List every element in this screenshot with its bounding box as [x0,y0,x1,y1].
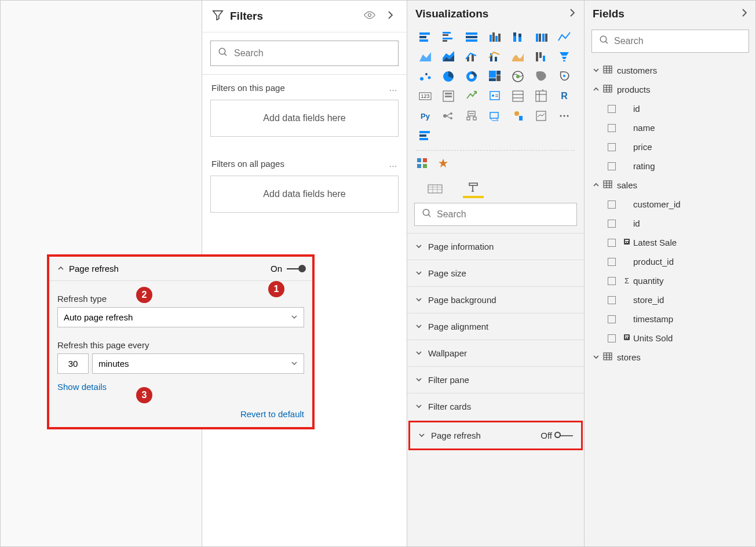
viz-stacked-column-icon[interactable] [509,30,527,43]
viz-decomposition-icon[interactable] [486,108,503,122]
visibility-icon[interactable] [363,11,377,21]
field-checkbox[interactable] [608,277,616,285]
viz-kpi-icon[interactable] [486,89,503,103]
format-page-alignment[interactable]: Page alignment [407,313,584,340]
viz-paginated-icon[interactable] [532,108,550,122]
field-units-sold[interactable]: Units Sold [590,329,750,348]
viz-ribbon-icon[interactable] [509,49,527,63]
format-search-input[interactable] [437,209,569,220]
page-refresh-on-toggle[interactable] [287,268,304,269]
viz-stacked-bar-icon[interactable] [417,30,434,43]
field-checkbox[interactable] [608,296,616,304]
viz-line-icon[interactable] [556,30,573,43]
viz-more-icon[interactable] [417,128,434,142]
filters-page-dropzone[interactable]: Add data fields here [210,100,399,137]
filters-all-dropzone[interactable]: Add data fields here [210,176,399,213]
field-checkbox[interactable] [608,162,616,170]
more-icon[interactable]: … [389,159,397,169]
star-icon[interactable] [437,158,451,170]
format-page-size[interactable]: Page size [407,260,584,286]
collapse-icon[interactable] [384,10,397,22]
table-customers[interactable]: customers [590,61,750,80]
page-refresh-header[interactable]: Page refresh On [49,257,312,281]
viz-gallery: 123RPy [407,30,584,147]
format-tab[interactable] [463,178,484,198]
field-checkbox[interactable] [608,239,616,247]
viz-python-visual-icon[interactable] [440,108,457,122]
viz-stacked-bar-100-icon[interactable] [463,30,480,43]
field-price[interactable]: price [590,137,750,156]
viz-map-icon[interactable] [509,69,527,83]
field-product_id[interactable]: product_id [590,252,750,271]
format-filter-pane[interactable]: Filter pane [407,366,584,393]
field-checkbox[interactable] [608,143,616,151]
filters-search-input[interactable] [234,48,391,59]
chevron-down-icon [415,402,422,411]
field-id[interactable]: id [590,214,750,233]
field-checkbox[interactable] [608,220,616,228]
viz-arcgis-icon[interactable] [556,108,573,122]
viz-line-col-stacked-icon[interactable] [486,49,503,63]
viz-gauge-icon[interactable]: 123 [417,89,434,103]
viz-qa-icon[interactable] [509,108,527,122]
fields-tab[interactable] [425,178,445,198]
viz-clustered-column-100-icon[interactable] [532,30,550,43]
viz-slicer-icon[interactable] [509,89,527,103]
collapse-icon[interactable] [741,8,748,20]
field-name[interactable]: name [590,118,750,137]
viz-line-col-icon[interactable] [463,49,480,63]
fields-search-input[interactable] [614,36,742,46]
fields-search[interactable] [591,30,749,53]
viz-clustered-bar-icon[interactable] [440,30,457,43]
interval-unit-select[interactable]: minutes [92,353,304,374]
filters-search[interactable] [210,41,399,66]
field-checkbox[interactable] [608,334,616,342]
viz-r-visual-icon[interactable]: Py [417,108,434,122]
viz-funnel-icon[interactable] [556,49,573,63]
collapse-icon[interactable] [569,8,576,20]
viz-donut-icon[interactable] [463,69,480,83]
field-checkbox[interactable] [608,124,616,132]
table-products[interactable]: products [590,80,750,99]
format-filter-cards[interactable]: Filter cards [407,393,584,420]
format-search[interactable] [414,203,577,226]
field-store_id[interactable]: store_id [590,290,750,309]
viz-waterfall-icon[interactable] [532,49,550,63]
format-page-information[interactable]: Page information [407,233,584,260]
refresh-type-select[interactable]: Auto page refresh [57,307,304,327]
field-rating[interactable]: rating [590,156,750,176]
format-page-refresh[interactable]: Page refresh Off [408,421,583,450]
viz-filled-map-icon[interactable] [532,69,550,83]
viz-matrix-icon[interactable]: R [556,89,573,103]
viz-stacked-area-icon[interactable] [440,49,457,63]
field-customer_id[interactable]: customer_id [590,195,750,214]
field-latest-sale[interactable]: Latest Sale [590,233,750,252]
field-quantity[interactable]: Σquantity [590,271,750,290]
field-id[interactable]: id [590,99,750,118]
show-details-link[interactable]: Show details [57,382,304,392]
interval-value-input[interactable] [57,353,89,374]
more-icon[interactable]: … [389,83,397,93]
viz-scatter-icon[interactable] [417,69,434,83]
field-checkbox[interactable] [608,200,616,209]
format-page-background[interactable]: Page background [407,286,584,313]
table-stores[interactable]: stores [590,348,750,367]
field-timestamp[interactable]: timestamp [590,309,750,329]
field-checkbox[interactable] [608,258,616,266]
viz-treemap-icon[interactable] [486,69,503,83]
revert-default-link[interactable]: Revert to default [49,402,312,427]
page-refresh-toggle[interactable]: Off [540,431,573,440]
viz-area-icon[interactable] [417,49,434,63]
format-wallpaper[interactable]: Wallpaper [407,340,584,366]
viz-shape-map-icon[interactable] [556,69,573,83]
viz-pie-icon[interactable] [440,69,457,83]
app-switcher-icon[interactable] [417,158,430,170]
table-sales[interactable]: sales [590,176,750,195]
field-checkbox[interactable] [608,315,616,323]
viz-table-icon[interactable] [532,89,550,103]
viz-key-influencers-icon[interactable] [463,108,480,122]
viz-card-icon[interactable] [440,89,457,103]
field-checkbox[interactable] [608,105,616,113]
viz-multi-card-icon[interactable] [463,89,480,103]
viz-clustered-column-icon[interactable] [486,30,503,43]
